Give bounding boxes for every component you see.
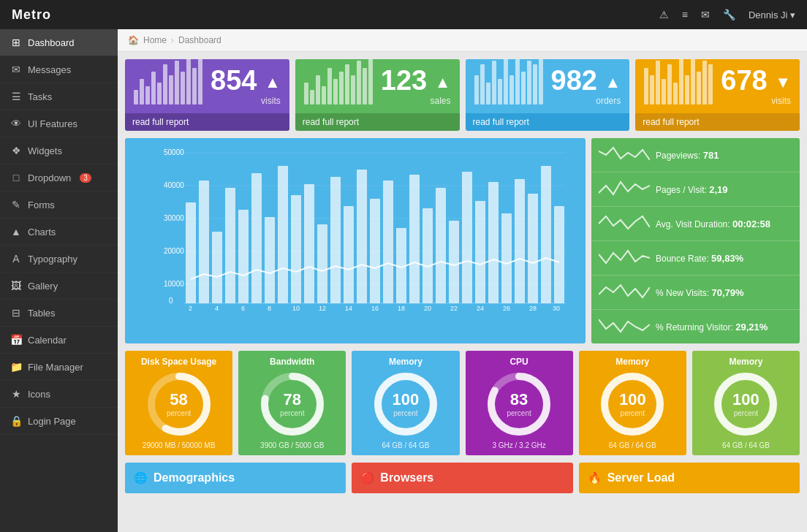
breadcrumb-sep: › xyxy=(171,35,174,45)
sidebar-item-file-manager[interactable]: 📁 File Manager xyxy=(0,354,118,381)
main-layout: ⊞ Dashboard ✉ Messages ☰ Tasks 👁 UI Feat… xyxy=(0,29,807,532)
mini-bar xyxy=(327,68,332,104)
bottom-card-label: Server Load xyxy=(607,471,675,484)
stat-row-1: Pages / Visit: 2,19 xyxy=(591,172,800,207)
file-manager-icon: 📁 xyxy=(10,361,22,373)
svg-rect-20 xyxy=(291,195,301,303)
svg-rect-16 xyxy=(238,210,249,303)
sidebar-item-forms[interactable]: ✎ Forms xyxy=(0,191,118,218)
svg-rect-25 xyxy=(357,170,367,303)
sparkline-chart xyxy=(599,178,650,200)
wrench-icon[interactable]: 🔧 xyxy=(723,9,735,20)
gauge-card-disk: Disk Space Usage 58 percent 29000 MB / 5… xyxy=(125,351,232,455)
demographics-icon: 🌐 xyxy=(134,471,148,484)
gauge-unit: percent xyxy=(393,409,420,418)
svg-text:0: 0 xyxy=(169,297,173,305)
sidebar-item-login-page[interactable]: 🔒 Login Page xyxy=(0,408,118,435)
sidebar-item-dropdown[interactable]: □ Dropdown 3 xyxy=(0,164,118,191)
svg-rect-27 xyxy=(383,180,393,303)
gauge-title: Disk Space Usage xyxy=(129,357,228,367)
sidebar-item-tables[interactable]: ⊟ Tables xyxy=(0,300,118,327)
stat-row-5: % Returning Visitor: 29,21% xyxy=(591,310,800,343)
gauge-unit: percent xyxy=(280,409,304,418)
sidebar-item-tasks[interactable]: ☰ Tasks xyxy=(0,83,118,110)
sparkline-chart xyxy=(599,247,650,269)
sidebar-label-icons: Icons xyxy=(28,389,50,400)
sidebar-item-calendar[interactable]: 📅 Calendar xyxy=(0,327,118,354)
stat-text: % Returning Visitor: 29,21% xyxy=(656,322,792,332)
mail-icon[interactable]: ✉ xyxy=(701,9,710,20)
gauge-card-bandwidth: Bandwidth 78 percent 3900 GB / 5000 GB xyxy=(238,351,346,455)
gauge-percent: 83 xyxy=(507,390,531,409)
sidebar-item-charts[interactable]: ▲ Charts xyxy=(0,218,118,246)
sidebar-item-gallery[interactable]: 🖼 Gallery xyxy=(0,273,118,300)
svg-text:2: 2 xyxy=(189,305,192,312)
mini-bar xyxy=(480,64,485,104)
sidebar-item-dashboard[interactable]: ⊞ Dashboard xyxy=(0,29,118,56)
stat-text: Pageviews: 781 xyxy=(656,150,792,161)
stat-row-2: Avg. Visit Duration: 00:02:58 xyxy=(591,207,800,241)
svg-rect-33 xyxy=(462,172,472,303)
svg-rect-29 xyxy=(409,175,420,303)
stat-text: Avg. Visit Duration: 00:02:58 xyxy=(656,218,792,229)
svg-text:16: 16 xyxy=(371,305,379,312)
bottom-card-title: 🌐 Demographics xyxy=(134,471,337,484)
mini-bar xyxy=(474,75,479,104)
mini-bar xyxy=(351,75,355,104)
sidebar-label-calendar: Calendar xyxy=(28,335,67,346)
breadcrumb-home[interactable]: Home xyxy=(143,35,167,45)
stat-footer[interactable]: read full report xyxy=(125,113,289,131)
mini-bar xyxy=(357,61,361,104)
badge-dropdown: 3 xyxy=(80,173,91,183)
bottom-row: 🌐 Demographics 🔴 Browsers 🔥 Server Load xyxy=(125,463,800,493)
svg-text:50000: 50000 xyxy=(164,148,184,156)
gauge-title: Memory xyxy=(583,357,682,367)
stat-label: sales xyxy=(381,96,451,106)
gauge-value-text: 100 percent xyxy=(393,390,420,418)
svg-text:4: 4 xyxy=(215,305,219,312)
stat-text: Bounce Rate: 59,83% xyxy=(656,253,792,264)
svg-rect-30 xyxy=(423,208,433,303)
gauge-title: CPU xyxy=(470,357,569,367)
gauge-percent: 100 xyxy=(732,390,759,409)
mini-bar xyxy=(486,83,490,104)
sidebar-item-typography[interactable]: A Typography xyxy=(0,246,118,273)
gauge-footer: 29000 MB / 50000 MB xyxy=(129,441,228,449)
mini-bar xyxy=(151,72,156,104)
sidebar-item-widgets[interactable]: ❖ Widgets xyxy=(0,137,118,164)
mini-bar xyxy=(527,61,531,104)
svg-text:6: 6 xyxy=(241,305,245,312)
sidebar-label-dashboard: Dashboard xyxy=(28,37,75,48)
menu-icon[interactable]: ≡ xyxy=(682,9,688,20)
mini-bar xyxy=(304,83,308,104)
gauge-circle: 78 percent xyxy=(259,371,325,437)
gauge-circle: 58 percent xyxy=(146,371,212,437)
alert-icon[interactable]: ⚠ xyxy=(659,9,669,20)
mini-bar xyxy=(157,83,162,104)
main-chart-area: 50000 40000 30000 20000 10000 0 xyxy=(125,138,586,343)
stat-footer[interactable]: read full report xyxy=(466,113,630,131)
mini-bar xyxy=(697,72,701,104)
sidebar-item-ui-features[interactable]: 👁 UI Features xyxy=(0,110,118,137)
svg-rect-37 xyxy=(515,179,525,303)
mini-bar xyxy=(644,68,648,104)
stat-footer[interactable]: read full report xyxy=(295,113,460,131)
svg-rect-13 xyxy=(199,180,209,303)
breadcrumb-current: Dashboard xyxy=(178,35,221,45)
gauge-percent: 100 xyxy=(393,390,420,409)
sidebar-label-dropdown: Dropdown xyxy=(28,172,71,183)
sidebar-item-icons[interactable]: ★ Icons xyxy=(0,381,118,408)
sidebar-item-messages[interactable]: ✉ Messages xyxy=(0,56,118,83)
sidebar-label-forms: Forms xyxy=(28,200,55,210)
svg-text:26: 26 xyxy=(503,305,510,312)
mini-bar xyxy=(345,64,349,104)
svg-text:30: 30 xyxy=(553,305,560,312)
mini-bar xyxy=(679,59,683,104)
stat-value: 123 xyxy=(381,66,451,94)
svg-text:30000: 30000 xyxy=(164,214,184,222)
mini-bar xyxy=(509,75,514,104)
stat-footer[interactable]: read full report xyxy=(635,113,800,131)
user-menu[interactable]: Dennis Ji ▾ xyxy=(749,10,795,20)
typography-icon: A xyxy=(10,253,22,265)
mini-bar xyxy=(316,75,320,104)
